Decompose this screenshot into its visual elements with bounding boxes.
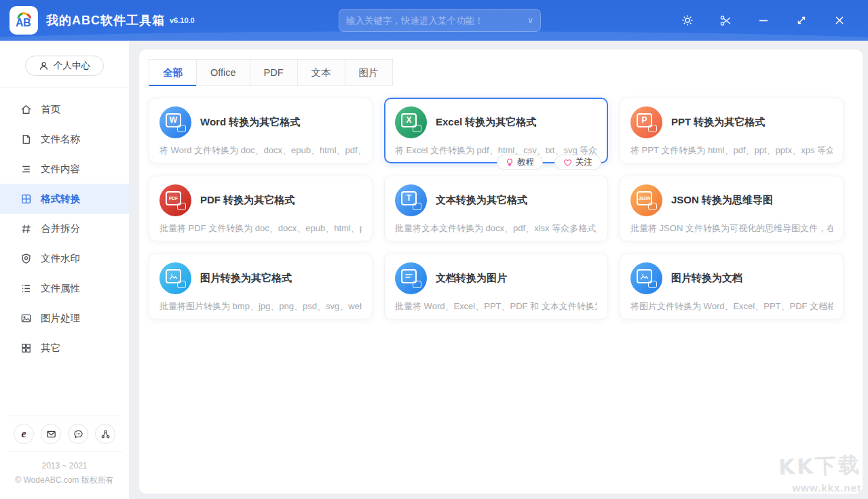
card-image-to-doc[interactable]: 图片转换为文档 将图片文件转换为 Word、Excel、PPT、PDF 文档格式…: [620, 254, 844, 319]
card-excel-convert[interactable]: X Excel 转换为其它格式 将 Excel 文件转换为 pdf、html、c…: [384, 98, 608, 163]
sidebar-footer: e: [0, 416, 129, 499]
minimize-button[interactable]: [744, 0, 782, 41]
tab-all[interactable]: 全部: [149, 59, 197, 86]
ppt-doc-icon: P: [630, 106, 662, 138]
tab-text[interactable]: 文本: [297, 59, 345, 86]
image-doc-icon: [630, 262, 662, 294]
sidebar-item-home[interactable]: 首页: [0, 94, 129, 124]
minimize-icon: [758, 15, 769, 26]
profile-label: 个人中心: [54, 60, 90, 72]
tutorial-button[interactable]: 教程: [497, 155, 543, 170]
sidebar-item-merge-split[interactable]: 合并拆分: [0, 214, 129, 243]
share-nodes-icon: [100, 429, 111, 439]
shield-icon: [20, 253, 32, 264]
sidebar-item-watermark[interactable]: 文件水印: [0, 243, 129, 273]
sidebar-item-file-properties[interactable]: 文件属性: [0, 273, 129, 303]
copyright: 2013 ~ 2021 © WodeABC.com 版权所有: [0, 452, 129, 499]
card-title: 文本转换为其它格式: [436, 194, 527, 207]
heart-icon: [563, 159, 572, 167]
home-icon: [20, 104, 32, 115]
app-logo: A B: [10, 6, 38, 35]
social-links: e: [0, 416, 129, 452]
image-icon: [20, 313, 32, 324]
card-description: 批量将图片转换为 bmp、jpg、png、psd、svg、webp、: [159, 300, 362, 313]
svg-text:B: B: [23, 17, 31, 28]
chevron-down-icon[interactable]: ∨: [527, 16, 533, 25]
sidebar-item-label: 文件名称: [41, 133, 80, 146]
card-title: Excel 转换为其它格式: [436, 116, 536, 129]
sidebar-item-format-convert[interactable]: 格式转换: [0, 184, 129, 214]
card-text-convert[interactable]: T 文本转换为其它格式 批量将文本文件转换为 docx、pdf、xlsx 等众多…: [384, 176, 608, 241]
website-button[interactable]: e: [14, 424, 34, 444]
sidebar-item-label: 文件属性: [41, 282, 80, 295]
grid-icon: [20, 342, 32, 354]
file-icon: [20, 134, 32, 145]
card-description: 批量将 Word、Excel、PPT、PDF 和 文本文件转换为图片: [395, 300, 597, 313]
card-word-convert[interactable]: W Word 转换为其它格式 将 Word 文件转换为 doc、docx、epu…: [149, 98, 373, 163]
sidebar-item-label: 文件水印: [41, 252, 80, 265]
sidebar-item-label: 图片处理: [41, 312, 80, 325]
tab-image[interactable]: 图片: [345, 59, 393, 86]
sidebar-item-file-name[interactable]: 文件名称: [0, 124, 129, 154]
sidebar-item-other[interactable]: 其它: [0, 333, 129, 363]
tab-pdf[interactable]: PDF: [250, 59, 298, 86]
word-doc-icon: W: [159, 106, 191, 138]
card-pdf-convert[interactable]: PDF PDF 转换为其它格式 批量将 PDF 文件转换为 doc、docx、e…: [149, 176, 373, 241]
lines-icon: [20, 163, 32, 175]
abc-logo-icon: A B: [14, 10, 34, 31]
card-title: PDF 转换为其它格式: [200, 194, 295, 207]
app-title: 我的ABC软件工具箱: [46, 12, 165, 28]
feedback-button[interactable]: [68, 424, 88, 444]
sidebar-menu: 首页 文件名称 文件内容 格式转换 合并拆分: [0, 94, 129, 363]
scissors-icon: [719, 14, 732, 27]
copyright-owner: © WodeABC.com 版权所有: [0, 473, 129, 487]
window-controls: [668, 0, 858, 41]
main-panel: 全部 Office PDF 文本 图片 W Word 转换为其它格式 将 Wor…: [139, 49, 863, 494]
card-description: 批量将文本文件转换为 docx、pdf、xlsx 等众多格式: [395, 222, 597, 235]
picture-glyph: [169, 273, 178, 280]
card-title: 图片转换为其它格式: [200, 272, 292, 285]
search-input[interactable]: [346, 16, 523, 26]
card-description: 将图片文件转换为 Word、Excel、PPT、PDF 文档格式，: [630, 300, 833, 313]
picture-glyph: [640, 273, 649, 280]
maximize-button[interactable]: [782, 0, 820, 41]
list-icon: [20, 283, 32, 294]
lightbulb-icon: [506, 158, 514, 167]
json-doc-icon: JSON: [630, 184, 662, 216]
settings-button[interactable]: [668, 0, 706, 41]
gear-icon: [681, 14, 694, 26]
email-button[interactable]: [41, 424, 61, 444]
screenshot-button[interactable]: [706, 0, 744, 41]
profile-center-button[interactable]: 个人中心: [25, 56, 104, 76]
sidebar: 个人中心 首页 文件名称 文件内容 格式转: [0, 41, 129, 499]
sidebar-item-image-processing[interactable]: 图片处理: [0, 303, 129, 333]
card-description: 将 Word 文件转换为 doc、docx、epub、html、pdf、txt: [159, 144, 362, 157]
card-title: 文档转换为图片: [436, 272, 507, 285]
card-title: PPT 转换为其它格式: [671, 116, 765, 129]
sidebar-item-file-content[interactable]: 文件内容: [0, 154, 129, 184]
doc-lines-glyph: [404, 273, 413, 280]
browser-icon: e: [21, 428, 26, 440]
tab-office[interactable]: Office: [196, 59, 250, 86]
pdf-doc-icon: PDF: [159, 184, 191, 216]
card-json-mindmap[interactable]: JSON JSON 转换为思维导图 批量将 JSON 文件转换为可视化的思维导图…: [620, 176, 844, 241]
tutorial-label: 教程: [517, 157, 534, 168]
convert-icon: [20, 193, 32, 205]
card-image-convert[interactable]: 图片转换为其它格式 批量将图片转换为 bmp、jpg、png、psd、svg、w…: [149, 254, 373, 319]
text-doc-icon: T: [395, 184, 427, 216]
close-button[interactable]: [820, 0, 858, 41]
person-icon: [39, 61, 49, 71]
sidebar-item-label: 文件内容: [41, 163, 80, 176]
close-icon: [834, 15, 845, 26]
card-title: Word 转换为其它格式: [200, 116, 300, 129]
share-button[interactable]: [95, 424, 115, 444]
sidebar-item-label: 合并拆分: [41, 222, 80, 235]
card-ppt-convert[interactable]: P PPT 转换为其它格式 将 PPT 文件转换为 html、pdf、ppt、p…: [620, 98, 844, 163]
category-tabs: 全部 Office PDF 文本 图片: [139, 49, 863, 86]
image-doc-icon: [159, 262, 191, 294]
follow-button[interactable]: 关注: [554, 155, 601, 170]
card-actions: 教程 关注: [497, 155, 601, 170]
copyright-years: 2013 ~ 2021: [0, 459, 129, 473]
quick-search[interactable]: ∨: [339, 9, 541, 32]
card-doc-to-image[interactable]: 文档转换为图片 批量将 Word、Excel、PPT、PDF 和 文本文件转换为…: [384, 254, 608, 319]
